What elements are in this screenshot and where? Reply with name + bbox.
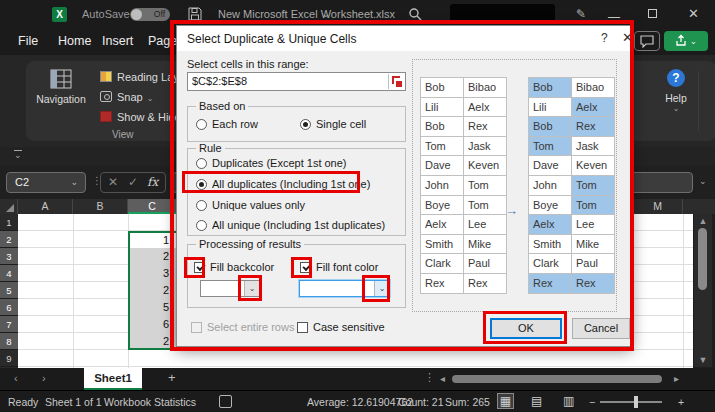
column-header-m[interactable]: M <box>633 199 683 214</box>
excel-logo-icon[interactable]: X <box>52 7 67 22</box>
checkbox-select-entire-rows[interactable]: Select entire rows <box>191 321 294 333</box>
column-header-b[interactable]: B <box>73 199 128 214</box>
name-box[interactable]: C2 ⌄ <box>6 172 86 193</box>
sheet-prev-icon[interactable]: ‹ <box>14 372 18 384</box>
vertical-scrollbar[interactable]: ▲ ▼ <box>694 214 712 367</box>
autosave-toggle[interactable]: Off <box>130 8 170 21</box>
close-button[interactable]: ✕ <box>688 6 699 21</box>
more-options-icon[interactable]: ⋮ <box>424 371 435 384</box>
column-header-a[interactable]: A <box>18 199 73 214</box>
scroll-down-icon[interactable]: ▼ <box>694 355 712 365</box>
row-header[interactable]: 1 <box>0 214 18 231</box>
dialog-close-icon[interactable]: ✕ <box>622 30 633 45</box>
radio-selected-icon <box>196 179 207 190</box>
navigation-button[interactable]: Navigation <box>30 67 92 125</box>
preview-cell: Rex <box>464 117 507 137</box>
range-input[interactable]: $C$2:$E$8 <box>187 72 406 91</box>
dialog-help-icon[interactable]: ? <box>601 31 608 45</box>
cell-value[interactable]: 2 <box>130 248 174 265</box>
selection-values: 1232562 <box>130 233 174 350</box>
backcolor-dropdown[interactable]: ⌄ <box>200 280 260 297</box>
share-button[interactable]: ⌄ <box>664 31 708 51</box>
scroll-up-icon[interactable]: ▲ <box>694 216 712 226</box>
zoom-slider-track[interactable] <box>600 401 662 403</box>
comments-button[interactable] <box>634 31 660 51</box>
preview-cell: Bob <box>421 78 464 98</box>
cell-value[interactable]: 1 <box>130 233 174 248</box>
checkbox-case-sensitive[interactable]: Case sensitive <box>297 321 385 333</box>
add-sheet-icon[interactable]: + <box>168 370 176 385</box>
cell-value[interactable]: 3 <box>130 265 174 282</box>
row-headers: 12345678910 <box>0 214 18 368</box>
based-on-group: Based on Each row Single cell <box>187 106 406 142</box>
checkbox-fill-fontcolor[interactable]: Fill font color <box>300 261 378 273</box>
row-header[interactable]: 4 <box>0 265 18 282</box>
hscroll-left-icon[interactable]: ◂ <box>440 373 445 384</box>
row-header[interactable]: 5 <box>0 282 18 299</box>
preview-table-left: BobBibaoLiliAelxBobRexTomJaskDaveKevenJo… <box>420 77 507 294</box>
fontcolor-dropdown[interactable]: ⌄ <box>299 280 390 297</box>
column-header-c[interactable]: C <box>128 199 177 214</box>
preview-cell: Lee <box>464 215 507 235</box>
page-layout-view-icon[interactable]: ▤ <box>531 394 542 408</box>
tab-insert[interactable]: Insert <box>102 34 133 48</box>
row-header[interactable]: 2 <box>0 231 18 248</box>
title-chevron-icon[interactable]: ⌄ <box>322 9 330 19</box>
dropdown-arrow-icon[interactable]: ⌄ <box>244 281 259 296</box>
radio-single-cell[interactable]: Single cell <box>300 118 366 130</box>
range-picker-icon[interactable] <box>388 74 404 89</box>
save-icon[interactable] <box>188 7 202 21</box>
cell-value[interactable]: 6 <box>130 316 174 333</box>
collapse-ribbon-icon[interactable]: ⌄ <box>14 150 22 160</box>
row-header[interactable]: 6 <box>0 299 18 316</box>
preview-cell: Clark <box>529 254 572 274</box>
cancel-button[interactable]: Cancel <box>572 318 630 339</box>
based-on-label: Based on <box>196 100 248 112</box>
cancel-entry-icon[interactable]: ✕ <box>108 175 118 189</box>
horizontal-scroll-thumb[interactable] <box>452 375 662 383</box>
maximize-button[interactable] <box>648 9 657 18</box>
radio-duplicates-except-first[interactable]: Duplicates (Except 1st one) <box>196 157 347 169</box>
row-header[interactable]: 7 <box>0 316 18 333</box>
radio-unique-values-only[interactable]: Unique values only <box>196 199 305 211</box>
pen-icon[interactable]: ✎ <box>576 7 586 21</box>
vertical-scroll-thumb[interactable] <box>698 228 707 290</box>
zoom-in-icon[interactable]: + <box>678 396 684 408</box>
select-all-corner[interactable] <box>0 199 18 214</box>
radio-all-duplicates[interactable]: All duplicates (Including 1st one) <box>196 178 370 190</box>
tab-file[interactable]: File <box>18 34 38 48</box>
confirm-entry-icon[interactable]: ✓ <box>128 175 138 189</box>
cell-value[interactable]: 2 <box>130 282 174 299</box>
insert-function-icon[interactable]: fx <box>147 175 158 189</box>
normal-view-icon[interactable]: ▦ <box>497 393 514 409</box>
ok-button[interactable]: OK <box>490 318 562 339</box>
formula-buttons: ✕ ✓ fx <box>100 172 166 193</box>
cell-value[interactable]: 5 <box>130 299 174 316</box>
zoom-slider-thumb[interactable] <box>634 396 638 408</box>
hscroll-right-icon[interactable]: ▸ <box>674 373 679 384</box>
radio-each-row[interactable]: Each row <box>196 118 258 130</box>
workbook-statistics-button[interactable]: Workbook Statistics <box>104 396 196 408</box>
status-count: Count: 21 <box>398 396 444 408</box>
preview-cell: Smith <box>421 235 464 255</box>
sheet-next-icon[interactable]: › <box>42 372 46 384</box>
checkbox-fill-backcolor[interactable]: Fill backcolor <box>194 261 274 273</box>
sheet-tab-active[interactable]: Sheet1 <box>84 368 142 390</box>
zoom-out-icon[interactable]: − <box>589 396 595 408</box>
snap-button[interactable]: Snap⌄ <box>100 91 153 103</box>
radio-all-unique[interactable]: All unique (Including 1st duplicates) <box>196 219 385 231</box>
search-icon[interactable] <box>408 7 422 21</box>
selection-range[interactable]: 1232562 <box>128 231 176 350</box>
row-header[interactable]: 9 <box>0 350 18 367</box>
dropdown-arrow-icon[interactable]: ⌄ <box>374 281 389 296</box>
page-break-view-icon[interactable]: ▥ <box>563 394 574 408</box>
macro-record-icon[interactable] <box>219 395 232 408</box>
formula-bar-expand-icon[interactable]: ⌄ <box>699 176 707 186</box>
cell-value[interactable]: 2 <box>130 333 174 350</box>
row-header[interactable]: 3 <box>0 248 18 265</box>
minimize-button[interactable]: — <box>608 10 620 24</box>
document-title[interactable]: New Microsoft Excel Worksheet.xlsx <box>218 8 395 20</box>
tab-home[interactable]: Home <box>58 34 91 48</box>
help-button[interactable]: ? Help ⌄ <box>656 69 696 113</box>
row-header[interactable]: 8 <box>0 333 18 350</box>
